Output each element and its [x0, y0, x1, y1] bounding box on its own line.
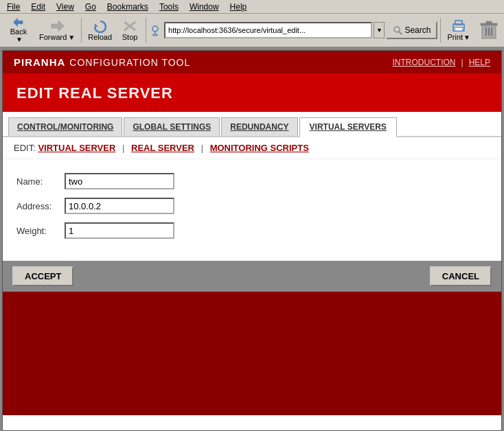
address-input[interactable]: [164, 22, 372, 38]
forward-button[interactable]: Forward ▼: [36, 15, 78, 45]
piranha-header: PIRANHA CONFIGURATION TOOL INTRODUCTION …: [3, 51, 501, 73]
address-field[interactable]: [65, 198, 174, 214]
svg-marker-2: [95, 23, 98, 27]
svg-marker-1: [51, 21, 64, 32]
svg-point-5: [152, 26, 158, 32]
print-label: Print: [447, 33, 463, 41]
accept-button[interactable]: ACCEPT: [12, 266, 73, 286]
form-area: Name: Address: Weight:: [3, 159, 501, 261]
form-row-name: Name:: [16, 173, 488, 189]
piranha-nav: INTRODUCTION | HELP: [393, 58, 490, 67]
page-title-area: EDIT REAL SERVER: [3, 73, 501, 112]
menu-bookmarks[interactable]: Bookmarks: [102, 1, 154, 13]
piranha-name: PIRANHA: [14, 56, 65, 68]
help-link[interactable]: HELP: [469, 58, 490, 67]
breadcrumb-real-server[interactable]: REAL SERVER: [131, 143, 194, 153]
piranha-brand: PIRANHA CONFIGURATION TOOL: [14, 56, 190, 68]
svg-rect-13: [481, 23, 497, 25]
location-icon: [149, 24, 161, 36]
svg-point-7: [394, 27, 400, 32]
nav-separator: |: [461, 58, 463, 67]
menu-tools[interactable]: Tools: [154, 1, 184, 13]
forward-label: Forward: [39, 33, 67, 41]
form-row-weight: Weight:: [16, 222, 488, 239]
page-title: EDIT REAL SERVER: [16, 84, 488, 102]
weight-input[interactable]: [65, 222, 174, 239]
tab-redundancy[interactable]: REDUNDANCY: [221, 117, 297, 136]
form-row-address: Address:: [16, 198, 488, 214]
reload-button[interactable]: Reload: [84, 15, 115, 45]
stop-icon: [122, 19, 138, 33]
svg-rect-14: [486, 21, 492, 23]
address-bar: ▼ Search: [149, 21, 437, 40]
bottom-area: [3, 292, 501, 415]
breadcrumb-virtual-server[interactable]: VIRTUAL SERVER: [38, 143, 115, 153]
name-input[interactable]: [65, 173, 174, 189]
breadcrumb-prefix: EDIT:: [14, 143, 36, 153]
menu-window[interactable]: Window: [184, 1, 225, 13]
tab-control-monitoring[interactable]: CONTROL/MONITORING: [8, 117, 122, 136]
content-area: CONTROL/MONITORING GLOBAL SETTINGS REDUN…: [3, 112, 501, 415]
back-icon: [10, 17, 27, 27]
name-label: Name:: [16, 176, 65, 187]
tab-global-settings[interactable]: GLOBAL SETTINGS: [124, 117, 220, 136]
svg-marker-0: [14, 19, 23, 27]
back-button[interactable]: Back ▼: [3, 15, 34, 45]
menu-view[interactable]: View: [51, 1, 80, 13]
breadcrumb-sep2: |: [201, 143, 203, 153]
forward-icon: [49, 19, 65, 33]
menu-edit[interactable]: Edit: [25, 1, 51, 13]
search-label: Search: [404, 25, 431, 35]
search-icon: [393, 25, 402, 35]
menu-go[interactable]: Go: [80, 1, 102, 13]
tab-virtual-servers[interactable]: VIRTUAL SERVERS: [299, 117, 397, 137]
reload-label: Reload: [88, 33, 112, 41]
print-button[interactable]: Print ▼: [444, 15, 474, 45]
svg-line-8: [399, 32, 402, 34]
breadcrumb: EDIT: VIRTUAL SERVER | REAL SERVER | MON…: [3, 137, 501, 159]
breadcrumb-sep1: |: [122, 143, 124, 153]
stop-label: Stop: [122, 33, 138, 41]
trash-icon: [480, 20, 498, 40]
search-button[interactable]: Search: [386, 21, 437, 39]
address-label: Address:: [16, 201, 65, 211]
nav-tabs: CONTROL/MONITORING GLOBAL SETTINGS REDUN…: [3, 112, 501, 137]
reload-icon: [92, 19, 108, 33]
menu-file[interactable]: File: [1, 1, 25, 13]
action-bar: ACCEPT CANCEL: [3, 261, 501, 292]
svg-rect-11: [455, 27, 463, 31]
breadcrumb-monitoring-scripts[interactable]: MONITORING SCRIPTS: [210, 143, 309, 153]
browser-window: PIRANHA CONFIGURATION TOOL INTRODUCTION …: [2, 50, 502, 431]
introduction-link[interactable]: INTRODUCTION: [393, 58, 456, 67]
print-icon: [450, 19, 467, 33]
trash-button[interactable]: [477, 15, 501, 45]
back-label: Back: [10, 27, 27, 36]
menu-help[interactable]: Help: [225, 1, 253, 13]
cancel-button[interactable]: CANCEL: [430, 266, 492, 286]
address-dropdown-button[interactable]: ▼: [374, 22, 385, 38]
weight-label: Weight:: [16, 226, 65, 236]
stop-button[interactable]: Stop: [117, 15, 143, 45]
piranha-subtitle: CONFIGURATION TOOL: [69, 57, 190, 68]
